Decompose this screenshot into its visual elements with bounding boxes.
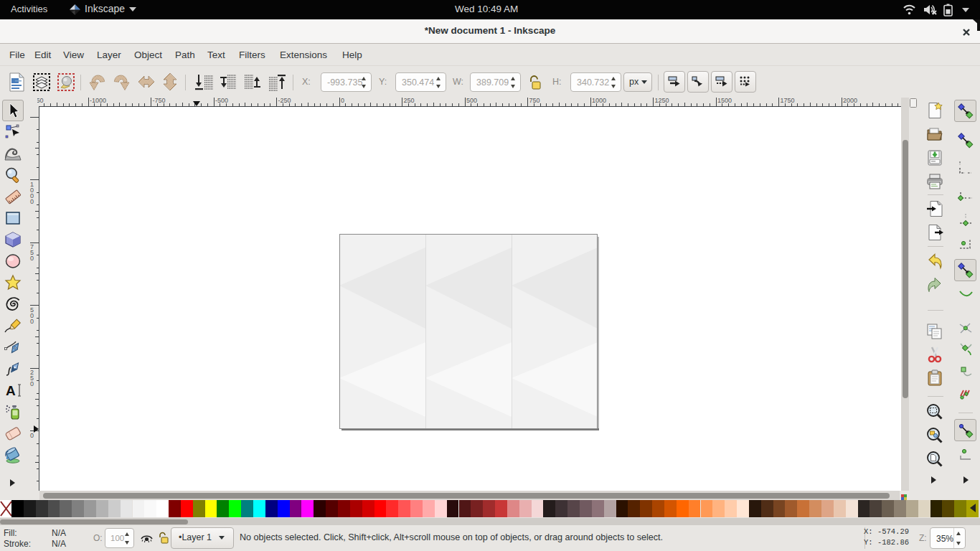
svg-text:A: A bbox=[6, 383, 16, 398]
